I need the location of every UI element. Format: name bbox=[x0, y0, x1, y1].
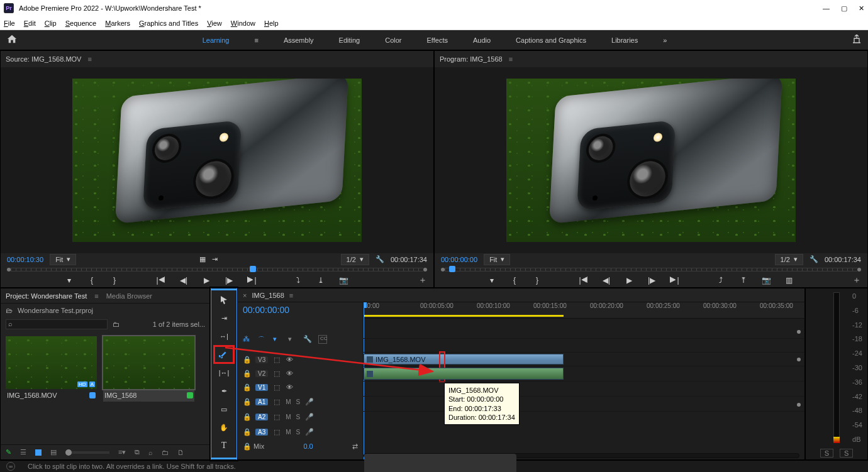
track-header-a1[interactable]: 🔒A1⬚MS🎤 bbox=[238, 394, 363, 409]
timeline-tracks-area[interactable]: 00:00 00:00:05:00 00:00:10:00 00:00:15:0… bbox=[364, 302, 804, 459]
source-zoom-fit[interactable]: Fit▾ bbox=[50, 254, 76, 265]
menu-help[interactable]: Help bbox=[264, 19, 279, 27]
find-icon[interactable]: ⌕ bbox=[148, 449, 153, 456]
track-a3[interactable] bbox=[364, 397, 804, 412]
workspace-audio[interactable]: Audio bbox=[473, 36, 491, 44]
media-browser-tab[interactable]: Media Browser bbox=[106, 292, 152, 300]
freeform-view-icon[interactable]: ▤ bbox=[50, 448, 57, 456]
solo-right-button[interactable]: S bbox=[840, 449, 853, 458]
hand-tool-icon[interactable]: ✋ bbox=[216, 421, 231, 434]
write-mode-icon[interactable]: ✎ bbox=[6, 448, 11, 456]
new-item-icon[interactable]: 🗋 bbox=[177, 449, 184, 456]
button-editor-icon[interactable]: ＋ bbox=[418, 275, 427, 286]
maximize-button[interactable]: ▢ bbox=[841, 4, 847, 13]
workspace-editing[interactable]: Editing bbox=[339, 36, 360, 44]
step-forward-icon[interactable]: |▶ bbox=[224, 276, 234, 285]
program-tab[interactable]: Program: IMG_1568 bbox=[440, 55, 503, 63]
program-panel-menu-icon[interactable]: ≡ bbox=[509, 55, 513, 63]
type-tool-icon[interactable]: T bbox=[216, 439, 231, 452]
thumbnail-size-slider[interactable] bbox=[65, 451, 109, 454]
mark-out-icon[interactable]: } bbox=[532, 276, 542, 285]
source-tab[interactable]: Source: IMG_1568.MOV bbox=[6, 55, 81, 63]
new-bin-from-search-icon[interactable]: 🗀 bbox=[113, 321, 120, 328]
rectangle-tool-icon[interactable]: ▭ bbox=[216, 403, 231, 415]
mark-in-icon[interactable]: { bbox=[87, 276, 97, 285]
play-icon[interactable]: ▶ bbox=[201, 276, 211, 285]
automate-to-sequence-icon[interactable]: ⧉ bbox=[135, 448, 140, 456]
play-icon[interactable]: ▶ bbox=[624, 276, 634, 285]
program-zoom-fit[interactable]: Fit▾ bbox=[484, 254, 510, 265]
toggle-compare-icon[interactable]: ⇥ bbox=[212, 255, 218, 263]
project-item-clip[interactable]: HDA IMG_1568.MOV bbox=[6, 336, 97, 439]
menu-file[interactable]: File bbox=[4, 19, 15, 27]
add-marker-icon[interactable]: ▾ bbox=[64, 276, 74, 285]
step-back-icon[interactable]: ◀| bbox=[601, 276, 611, 285]
slip-tool-icon[interactable]: |↔| bbox=[216, 366, 231, 379]
ripple-edit-tool-icon[interactable]: ↔| bbox=[216, 330, 231, 343]
step-back-icon[interactable]: ◀| bbox=[179, 276, 189, 285]
add-marker-icon[interactable]: ▾ bbox=[487, 276, 497, 285]
track-a2[interactable] bbox=[364, 381, 804, 397]
source-scrubber[interactable] bbox=[1, 266, 433, 273]
track-header-a3[interactable]: 🔒A3⬚MS🎤 bbox=[238, 424, 363, 439]
list-view-icon[interactable]: ☰ bbox=[20, 448, 26, 456]
timeline-sequence-tab[interactable]: IMG_1568 bbox=[252, 292, 284, 299]
project-tab[interactable]: Project: Wondershare Test bbox=[6, 292, 87, 300]
minimize-button[interactable]: — bbox=[823, 4, 830, 13]
export-frame-icon[interactable]: 📷 bbox=[761, 276, 771, 285]
mark-in-icon[interactable]: { bbox=[509, 276, 520, 285]
overwrite-icon[interactable]: ⤓ bbox=[316, 276, 326, 285]
lift-icon[interactable]: ⤴ bbox=[716, 276, 726, 285]
project-panel-menu-icon[interactable]: ≡ bbox=[94, 292, 98, 300]
comparison-view-icon[interactable]: ▥ bbox=[784, 276, 794, 285]
program-preview[interactable] bbox=[506, 79, 796, 242]
razor-tool-icon[interactable] bbox=[216, 348, 231, 361]
track-v2[interactable] bbox=[364, 339, 804, 353]
export-icon[interactable] bbox=[852, 35, 862, 45]
workspace-menu-icon[interactable]: ≡ bbox=[254, 36, 258, 44]
selection-tool-icon[interactable] bbox=[216, 294, 231, 306]
go-to-in-icon[interactable]: |⯇ bbox=[579, 276, 589, 285]
source-preview[interactable] bbox=[72, 79, 362, 242]
extract-icon[interactable]: ⤒ bbox=[738, 276, 748, 285]
insert-icon[interactable]: ⤵ bbox=[293, 276, 303, 285]
project-search-input[interactable] bbox=[6, 319, 108, 329]
wrench-icon[interactable]: 🔧 bbox=[303, 335, 312, 344]
go-to-in-icon[interactable]: |⯇ bbox=[156, 276, 166, 285]
export-frame-icon[interactable]: 📷 bbox=[338, 276, 348, 285]
step-forward-icon[interactable]: |▶ bbox=[647, 276, 657, 285]
label-color[interactable] bbox=[187, 392, 193, 398]
project-item-sequence[interactable]: IMG_1568 bbox=[103, 336, 194, 439]
track-header-v3[interactable]: 🔒V3⬚👁 bbox=[238, 353, 363, 366]
add-marker-timeline-icon[interactable]: ▾ bbox=[273, 335, 282, 344]
track-header-v2[interactable]: 🔒V2⬚👁 bbox=[238, 366, 363, 380]
source-current-timecode[interactable]: 00:00:10:30 bbox=[7, 256, 43, 263]
creative-cloud-icon[interactable]: ∞ bbox=[6, 462, 15, 471]
timeline-playhead-timecode[interactable]: 00:00:00:00 bbox=[243, 305, 358, 315]
bin-icon[interactable]: 🗁 bbox=[6, 307, 13, 314]
track-select-forward-tool-icon[interactable]: ⇥ bbox=[216, 312, 231, 324]
menu-edit[interactable]: Edit bbox=[24, 19, 36, 27]
menu-markers[interactable]: Markers bbox=[105, 19, 130, 27]
workspace-color[interactable]: Color bbox=[385, 36, 401, 44]
program-scrubber[interactable] bbox=[435, 266, 867, 273]
close-button[interactable]: ✕ bbox=[859, 4, 864, 13]
timeline-clip-video[interactable]: IMG_1568.MOV bbox=[364, 354, 564, 365]
source-settings-icon[interactable]: 🔧 bbox=[376, 255, 384, 263]
track-v1[interactable]: IMG_1568.MOV bbox=[364, 353, 804, 366]
workspace-libraries[interactable]: Libraries bbox=[611, 36, 638, 44]
new-bin-icon[interactable]: 🗀 bbox=[162, 449, 169, 456]
menu-clip[interactable]: Clip bbox=[45, 19, 57, 27]
track-header-mix[interactable]: 🔒 Mix0.0⇄ bbox=[238, 439, 363, 453]
program-playback-quality[interactable]: 1/2▾ bbox=[775, 254, 803, 265]
solo-left-button[interactable]: S bbox=[820, 449, 833, 458]
snap-icon[interactable]: ⁂ bbox=[243, 335, 252, 344]
toggle-multicam-icon[interactable]: ▦ bbox=[199, 255, 206, 263]
track-header-a2[interactable]: 🔒A2⬚MS🎤 bbox=[238, 409, 363, 424]
go-to-out-icon[interactable]: ⯈| bbox=[669, 276, 679, 285]
captions-track-icon[interactable]: CC bbox=[318, 335, 327, 344]
workspace-overflow-icon[interactable]: » bbox=[663, 36, 667, 44]
sort-icon[interactable]: ≡▾ bbox=[118, 448, 126, 456]
timeline-clip-audio[interactable] bbox=[364, 368, 564, 380]
source-playback-quality[interactable]: 1/2▾ bbox=[341, 254, 369, 265]
